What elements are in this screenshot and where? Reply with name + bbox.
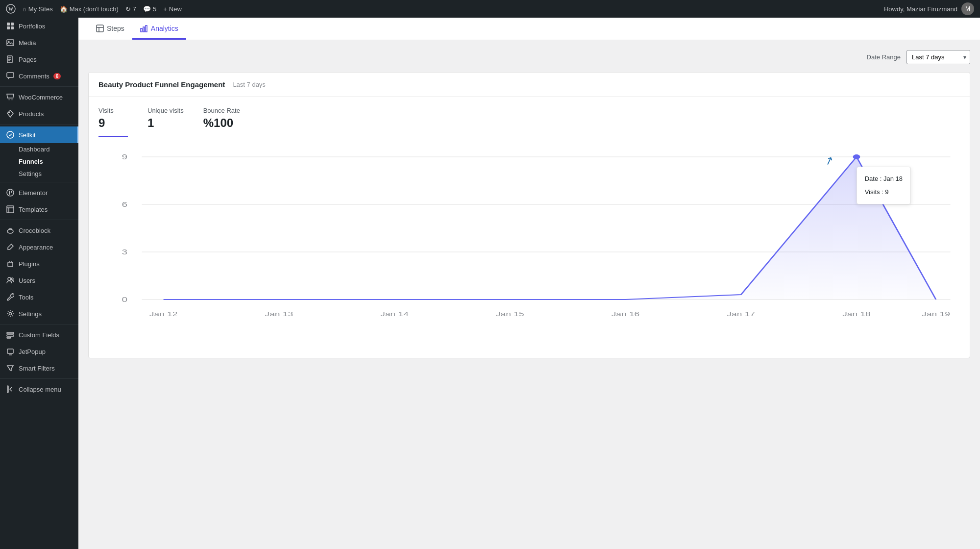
fields-icon — [6, 330, 15, 339]
date-range-select-wrapper: Last 7 days Last 14 days Last 30 days La… — [906, 50, 970, 64]
new-item[interactable]: + New — [163, 5, 182, 13]
popup-icon — [6, 347, 15, 356]
sidebar-item-crocoblock[interactable]: Crocoblock — [0, 222, 78, 239]
svg-text:Jan 18: Jan 18 — [842, 310, 870, 317]
svg-text:Jan 13: Jan 13 — [265, 310, 293, 317]
home-icon: ⌂ — [23, 5, 26, 13]
svg-text:9: 9 — [122, 153, 127, 161]
collapse-icon — [6, 385, 15, 394]
stat-visits: Visits 9 — [98, 107, 128, 137]
users-label: Users — [19, 277, 35, 284]
appearance-label: Appearance — [19, 244, 53, 251]
sidebar-divider-4 — [0, 220, 78, 220]
svg-point-20 — [8, 277, 11, 280]
sidebar-item-woocommerce[interactable]: WooCommerce — [0, 89, 78, 105]
my-sites-label: My Sites — [28, 5, 53, 13]
store-icon — [6, 93, 15, 101]
unique-visits-value: 1 — [147, 116, 184, 130]
avatar[interactable]: M — [961, 2, 974, 15]
svg-rect-9 — [7, 73, 14, 77]
svg-rect-27 — [7, 386, 8, 393]
site-icon: 🏠 — [60, 5, 68, 13]
elementor-label: Elementor — [19, 189, 48, 197]
svg-rect-23 — [7, 332, 14, 334]
sidebar-item-jetpopup[interactable]: JetPopup — [0, 343, 78, 360]
card-subtitle: Last 7 days — [233, 81, 266, 88]
crocoblock-label: Crocoblock — [19, 227, 50, 234]
submenu-item-dashboard[interactable]: Dashboard — [19, 143, 78, 155]
updates-count: 7 — [133, 5, 136, 13]
updates-icon: ↻ — [125, 5, 131, 13]
sidebar: Portfolios Media Pages Comments 6 — [0, 18, 78, 549]
sidebar-item-media[interactable]: Media — [0, 34, 78, 51]
site-name-label: Max (don't touch) — [70, 5, 119, 13]
bounce-rate-label: Bounce Rate — [203, 107, 240, 114]
sidebar-item-products[interactable]: Products — [0, 105, 78, 122]
svg-rect-25 — [7, 337, 11, 338]
new-label: New — [169, 5, 182, 13]
svg-rect-31 — [146, 25, 147, 32]
svg-point-14 — [7, 189, 14, 196]
svg-rect-29 — [141, 28, 142, 32]
svg-rect-6 — [7, 40, 14, 46]
svg-text:Jan 16: Jan 16 — [612, 310, 639, 317]
custom-fields-label: Custom Fields — [19, 331, 59, 339]
sidebar-item-templates[interactable]: Templates — [0, 201, 78, 218]
sidebar-item-users[interactable]: Users — [0, 272, 78, 289]
visits-value: 9 — [98, 116, 128, 130]
sidebar-item-tools[interactable]: Tools — [0, 289, 78, 305]
sidebar-item-comments[interactable]: Comments 6 — [0, 68, 78, 84]
submenu-item-funnels[interactable]: Funnels — [19, 155, 78, 168]
tabs-bar: Steps Analytics — [78, 18, 980, 40]
document-icon — [6, 55, 15, 64]
tab-steps[interactable]: Steps — [88, 18, 132, 40]
date-range-select[interactable]: Last 7 days Last 14 days Last 30 days La… — [906, 50, 970, 64]
sidebar-item-pages[interactable]: Pages — [0, 51, 78, 68]
sellkit-label: Sellkit — [19, 131, 36, 139]
media-label: Media — [19, 39, 36, 47]
templates-label: Templates — [19, 206, 48, 213]
steps-icon — [96, 25, 104, 32]
sidebar-item-settings[interactable]: Settings — [0, 305, 78, 322]
updates-item[interactable]: ↻ 7 — [125, 5, 136, 13]
svg-rect-30 — [143, 27, 145, 32]
svg-rect-15 — [9, 191, 10, 195]
tab-analytics[interactable]: Analytics — [132, 18, 186, 40]
sidebar-item-elementor[interactable]: Elementor — [0, 184, 78, 201]
sidebar-item-appearance[interactable]: Appearance — [0, 239, 78, 255]
svg-point-18 — [7, 229, 13, 233]
elementor-icon — [6, 188, 15, 197]
sidebar-item-smart-filters[interactable]: Smart Filters — [0, 360, 78, 376]
comments-item[interactable]: 💬 5 — [143, 5, 156, 13]
plugins-label: Plugins — [19, 260, 40, 268]
portfolios-label: Portfolios — [19, 23, 45, 30]
submenu-item-settings[interactable]: Settings — [19, 168, 78, 180]
sidebar-item-sellkit[interactable]: Sellkit — [0, 126, 78, 143]
unique-visits-label: Unique visits — [147, 107, 184, 114]
sidebar-item-plugins[interactable]: Plugins — [0, 255, 78, 272]
svg-point-22 — [9, 313, 12, 315]
visits-label: Visits — [98, 107, 128, 114]
stats-row: Visits 9 Unique visits 1 Bounce Rate %10… — [89, 97, 970, 137]
site-name-item[interactable]: 🏠 Max (don't touch) — [60, 5, 119, 13]
svg-rect-24 — [7, 335, 14, 336]
users-icon — [6, 276, 15, 285]
sidebar-item-portfolios[interactable]: Portfolios — [0, 18, 78, 34]
gear-icon — [6, 309, 15, 318]
svg-text:0: 0 — [122, 296, 127, 303]
svg-rect-16 — [11, 191, 12, 193]
topbar: W ⌂ My Sites 🏠 Max (don't touch) ↻ 7 💬 5… — [0, 0, 980, 18]
comments-badge: 6 — [53, 73, 61, 79]
wp-logo-item[interactable]: W — [6, 4, 16, 14]
brush-icon — [6, 243, 15, 251]
date-range-row: Date Range Last 7 days Last 14 days Last… — [88, 50, 970, 64]
svg-text:Jan 17: Jan 17 — [727, 310, 755, 317]
chart-point-jan18 — [853, 154, 860, 159]
comment-icon — [6, 72, 15, 80]
settings-label: Settings — [19, 310, 42, 318]
sidebar-item-collapse[interactable]: Collapse menu — [0, 381, 78, 398]
svg-text:Jan 19: Jan 19 — [922, 310, 950, 317]
sellkit-submenu: Dashboard Funnels Settings — [0, 143, 78, 180]
sidebar-item-custom-fields[interactable]: Custom Fields — [0, 326, 78, 343]
my-sites-item[interactable]: ⌂ My Sites — [23, 5, 53, 13]
